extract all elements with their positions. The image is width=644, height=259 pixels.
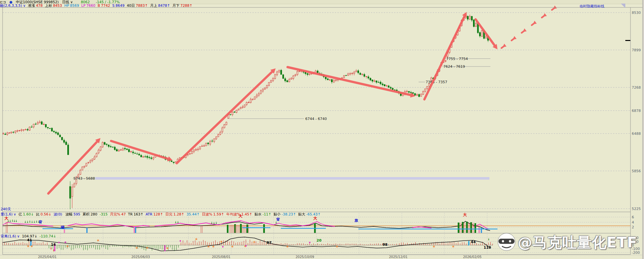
gap-label: 7363 - 7357: [426, 80, 447, 84]
last-price-tick: [625, 40, 630, 41]
dot-marker: [65, 242, 66, 243]
date-axis-label: 2025/08/01: [212, 255, 231, 259]
volume-indicator-label: 波幅: [65, 212, 72, 216]
star-marker-icon: *: [136, 246, 138, 251]
gap-label: 7755 - 7754: [446, 57, 468, 61]
volume-indicator-value: -315: [99, 212, 108, 216]
volume-indicator-label: 年均波%: [226, 212, 240, 216]
star-marker-icon: *: [195, 237, 198, 242]
main-indicator-value: 8478↑: [158, 4, 170, 8]
main-indicator-value: 478: [36, 4, 43, 8]
volume-indicator-header: 量(1,6)∨亿1.60↓比0.56↓波(0)波幅595累积280-315月完%…: [1, 213, 323, 216]
volume-indicator-value: 1.59↑: [213, 212, 224, 216]
hide-indicator-link[interactable]: 临时隐藏指标线: [580, 4, 604, 9]
volume-green-bar: [234, 224, 236, 233]
volume-blue-bar: [481, 228, 482, 233]
volume-green-bar: [458, 223, 459, 233]
volume-green-bar: [466, 222, 468, 233]
volume-indicator-value: 1.28↑: [173, 212, 184, 216]
volume-indicator-token[interactable]: 量(1,6)∨: [1, 213, 16, 216]
volume-indicator-value: 128↑: [153, 212, 163, 216]
volume-indicator-label: 亿: [18, 212, 22, 216]
volume-blue-bar: [135, 227, 136, 233]
volume-green-bar: [470, 222, 472, 233]
main-indicator-token: 准涨478: [28, 4, 43, 7]
volume-green-bar: [247, 224, 248, 233]
main-indicator-token: 40日7883↑: [127, 4, 148, 7]
volume-indicator-token: 波(0): [54, 213, 63, 216]
star-marker-icon: *: [212, 244, 215, 250]
main-indicator-value: 7742: [101, 4, 110, 8]
main-indicator-label: LP: [81, 4, 86, 8]
volume-indicator-token: TR163↑: [128, 213, 144, 216]
volume-pink-bar: [64, 229, 65, 233]
volume-pink-bar: [134, 227, 135, 233]
volume-indicator-label: 波(0): [54, 212, 62, 216]
divergence-bar: [164, 245, 166, 251]
volume-indicator-token: -315: [99, 213, 108, 216]
main-indicator-label: 准涨: [28, 4, 35, 8]
main-indicator-token: LP7660: [81, 4, 96, 7]
divergence-count-label: 16: [51, 243, 56, 247]
chart-canvas[interactable]: 大大大大背背缩放↓↓↓↓↓↓↓↓↓↓↓↓↓↓↓↓↓↓**************…: [0, 0, 644, 259]
volume-indicator-value: 280: [90, 212, 97, 216]
up-arrow-icon: ↑: [50, 247, 52, 250]
volume-indicator-label: TR: [128, 212, 133, 216]
price-axis-label: 5856: [632, 169, 641, 173]
divergence-indicator-value: 104.97↓: [22, 234, 37, 238]
divergence-count-label: 98: [383, 243, 387, 247]
gap-label: 7624 - 7619: [443, 65, 465, 69]
divergence-indicator-token[interactable]: 背离(1,6)∨: [1, 234, 20, 238]
star-marker-icon: *: [244, 244, 247, 249]
volume-indicator-label: 日波%: [202, 212, 212, 216]
dot-marker: [222, 246, 224, 248]
price-axis-label: 6878: [632, 109, 641, 113]
date-axis-label: 2026/02/05: [463, 255, 482, 259]
right-scroll-strip[interactable]: [642, 0, 644, 259]
volume-blue-bar: [86, 228, 88, 233]
divergence-count-label: 87: [267, 241, 271, 245]
dot-marker: [58, 242, 60, 244]
indicator2-pane[interactable]: ******************411687209844110↑↑↓: [3, 237, 493, 252]
volume-indicator-value: -11↑: [262, 212, 271, 216]
app-window: 大大大大背背缩放↓↓↓↓↓↓↓↓↓↓↓↓↓↓↓↓↓↓**************…: [0, 0, 644, 259]
star-marker-icon: *: [220, 240, 223, 245]
divergence-indicator-value: -110.74↓: [40, 234, 56, 238]
date-axis-label: 2025/06/03: [131, 255, 150, 259]
star-marker-icon: *: [66, 244, 69, 249]
visible-days-label: 240天: [1, 207, 11, 212]
divergence-indicator-token: 104.97↓: [22, 234, 37, 238]
trend-arrow: [288, 67, 412, 95]
pane-frames: [0, 7, 644, 255]
volume-indicator-value: -38.23↑: [281, 212, 296, 216]
divergence-indicator-header: 背离(1,6)∨104.97↓-110.74↓: [1, 234, 59, 238]
star-marker-icon: *: [207, 244, 210, 250]
volume-indicator-token: 日波%1.59↑: [202, 213, 224, 216]
main-indicator-label: HP: [64, 4, 69, 8]
main-indicator-token: HP8569: [64, 4, 79, 7]
volume-green-bar: [227, 225, 229, 233]
volume-indicator-token: 日完1.28↑: [165, 213, 184, 216]
volume-indicator-token: 年均波%1.45↑: [226, 213, 252, 216]
volume-indicator-value: -65.43↑: [306, 212, 321, 216]
price-axis-label: 8530: [632, 11, 641, 15]
trend-arrow: [48, 140, 99, 194]
gap-label: 6744 - 6740: [305, 117, 327, 121]
volume-indicator-token: 贴小-38.23↑: [273, 213, 296, 216]
volume-indicator-token: 亿1.60↓: [18, 213, 34, 216]
volume-down-arrow-icon: ↓: [215, 221, 218, 224]
volume-da-marker: 大: [313, 216, 317, 221]
volume-indicator-token: 波幅595: [65, 213, 80, 216]
watermark-logo-icon: [498, 233, 515, 251]
main-indicator-token[interactable]: 融(2,6,3,3,5)∨: [0, 4, 26, 7]
volume-da-marker: 大: [463, 213, 467, 217]
star-marker-icon: *: [146, 246, 148, 251]
volume-down-arrow-icon: ↓: [38, 220, 40, 224]
fold-corner-icon[interactable]: [621, 4, 625, 8]
volume-indicator-token: 比0.56↓: [36, 213, 52, 216]
gap-band: [95, 177, 489, 180]
divergence-count-label: 110: [484, 245, 491, 250]
volume-indicator-value: 35.44↑: [186, 212, 200, 216]
star-marker-icon: *: [231, 244, 234, 250]
divergence-count-label: 20: [317, 238, 322, 243]
